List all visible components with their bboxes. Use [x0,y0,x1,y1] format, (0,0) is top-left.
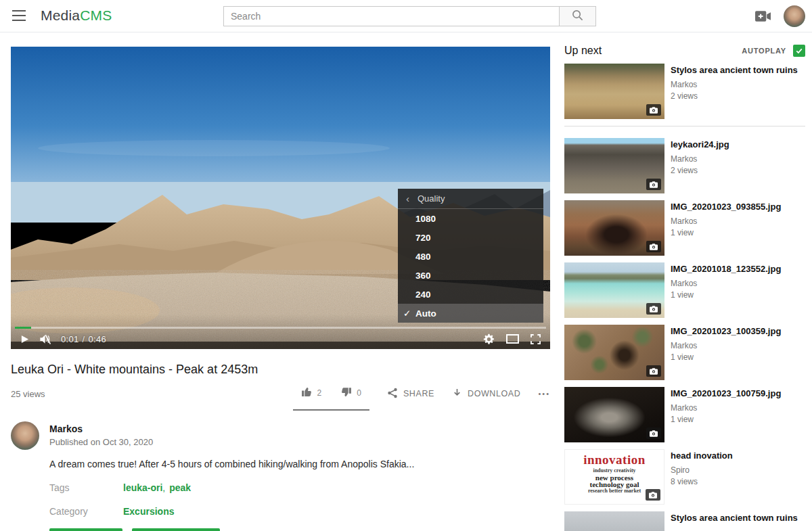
edit-media-button[interactable]: EDIT MEDIA [49,528,122,531]
search-bar [223,6,596,26]
like-button[interactable]: 2 [301,386,322,400]
search-input[interactable] [223,6,559,26]
item-views: 1 view [671,228,781,237]
thumbnail-cave-dwelling [564,200,664,256]
quality-menu: ‹ Quality 1080 720 480 360 240 ✓ Auto [398,189,543,323]
quality-menu-header[interactable]: ‹ Quality [398,189,543,209]
up-next-item-7[interactable]: innovation industry creativity new proce… [564,449,805,505]
logo-cms-text: CMS [80,7,112,23]
more-options-icon[interactable]: ••• [538,390,550,398]
tag-link-peak[interactable]: peak [169,482,191,493]
item-title: IMG_20201023_093855.jpg [671,202,781,212]
search-button[interactable] [559,6,596,26]
author-row: Markos Published on Oct 30, 2020 [11,421,550,450]
item-views: 8 views [671,477,733,486]
quality-option-360[interactable]: 360 [398,266,543,285]
volume-muted-icon[interactable] [39,333,51,346]
duration: 0:46 [88,334,106,344]
tags-label: Tags [49,482,123,493]
item-author: Markos [671,279,781,288]
quality-option-720[interactable]: 720 [398,228,543,247]
item-author: Spiro [671,465,733,475]
up-next-item-5[interactable]: IMG_20201023_100359.jpg Markos 1 view [564,325,805,380]
item-views: 1 view [671,290,781,300]
check-icon: ✓ [403,308,415,319]
author-name[interactable]: Markos [49,423,153,434]
app-logo[interactable]: MediaCMS [41,7,112,24]
thumbnail-rocky-ruins [564,64,664,119]
current-time: 0:01 [61,334,79,344]
author-avatar[interactable] [11,421,39,450]
sidebar-divider [564,126,805,126]
theater-mode-icon[interactable] [506,334,519,344]
up-next-item-8[interactable]: Stylos area ancient town ruins [564,511,805,531]
share-button[interactable]: SHARE [387,388,434,400]
meta-row: 25 views 2 0 [11,382,550,405]
category-link[interactable]: Excursions [123,506,174,517]
delete-media-button[interactable]: DELETE MEDIA [132,528,219,531]
quality-option-auto-selected[interactable]: ✓ Auto [398,304,543,323]
camera-icon [646,179,661,190]
up-next-title: Up next [564,45,602,57]
upload-media-icon[interactable] [755,11,771,24]
main-content: ‹ Quality 1080 720 480 360 240 ✓ Auto [11,47,550,531]
download-label: DOWNLOAD [468,389,520,398]
logo-media-text: Media [41,7,80,23]
media-description: A dream comes true! After 4-5 hours of c… [49,459,550,469]
up-next-item-3[interactable]: IMG_20201023_093855.jpg Markos 1 view [564,200,805,256]
up-next-item-2[interactable]: leykaori24.jpg Markos 2 views [564,138,805,193]
item-views: 2 views [671,166,729,175]
item-author: Markos [671,154,729,164]
download-icon [452,388,462,400]
category-row: Category Excursions [49,506,550,517]
thumbnail-dark-cave [564,387,664,442]
download-button[interactable]: DOWNLOAD [452,388,520,400]
settings-gear-icon[interactable] [483,333,495,345]
quality-option-240[interactable]: 240 [398,285,543,304]
up-next-sidebar: Up next AUTOPLAY Stylos area ancient tow… [564,45,805,531]
autoplay-checkbox[interactable] [793,45,805,57]
camera-icon [646,241,661,252]
thumbnail-mountain-scree [564,138,664,193]
item-author: Markos [671,80,798,89]
tag-link-leuka-ori[interactable]: leuka-ori [123,482,162,493]
fullscreen-icon[interactable] [531,334,541,344]
category-label: Category [49,506,123,517]
dislike-button[interactable]: 0 [340,386,361,400]
camera-icon [646,365,661,377]
thumbnail-beach-lagoon [564,262,664,318]
camera-icon [646,303,661,315]
time-display: 0:01/0:46 [61,334,106,344]
thumbnail-innovation-wordcloud: innovation industry creativity new proce… [564,449,664,505]
thumbs-down-icon [340,386,352,400]
play-button[interactable] [20,335,29,344]
thumbnail-cloudy-gray [564,511,664,531]
back-chevron-icon: ‹ [406,193,409,204]
quality-option-480[interactable]: 480 [398,247,543,266]
thumbnail-cliff-vegetation [564,325,664,380]
up-next-item-6[interactable]: IMG_20201023_100759.jpg Markos 1 view [564,387,805,442]
up-next-item-1[interactable]: Stylos area ancient town ruins Markos 2 … [564,64,805,119]
camera-icon [646,428,661,439]
item-title: IMG_20201023_100359.jpg [671,326,781,337]
share-label: SHARE [403,389,434,398]
user-avatar[interactable] [784,5,805,27]
quality-option-1080[interactable]: 1080 [398,209,543,228]
item-title: IMG_20201023_100759.jpg [671,388,781,399]
item-title: leykaori24.jpg [671,139,729,150]
published-date: Published on Oct 30, 2020 [49,437,153,447]
top-bar: MediaCMS [0,0,812,32]
video-player[interactable]: ‹ Quality 1080 720 480 360 240 ✓ Auto [11,47,550,349]
player-controls: 0:01/0:46 [11,329,550,349]
quality-menu-title: Quality [418,193,445,204]
share-icon [387,388,398,400]
item-author: Markos [671,341,781,350]
menu-icon[interactable] [12,10,26,21]
rating-group: 2 0 [293,386,369,411]
up-next-item-4[interactable]: IMG_20201018_123552.jpg Markos 1 view [564,262,805,318]
dislike-count: 0 [357,388,361,398]
autoplay-label: AUTOPLAY [742,47,786,55]
camera-icon [646,489,660,501]
item-views: 1 view [671,415,781,424]
camera-icon [646,104,661,116]
